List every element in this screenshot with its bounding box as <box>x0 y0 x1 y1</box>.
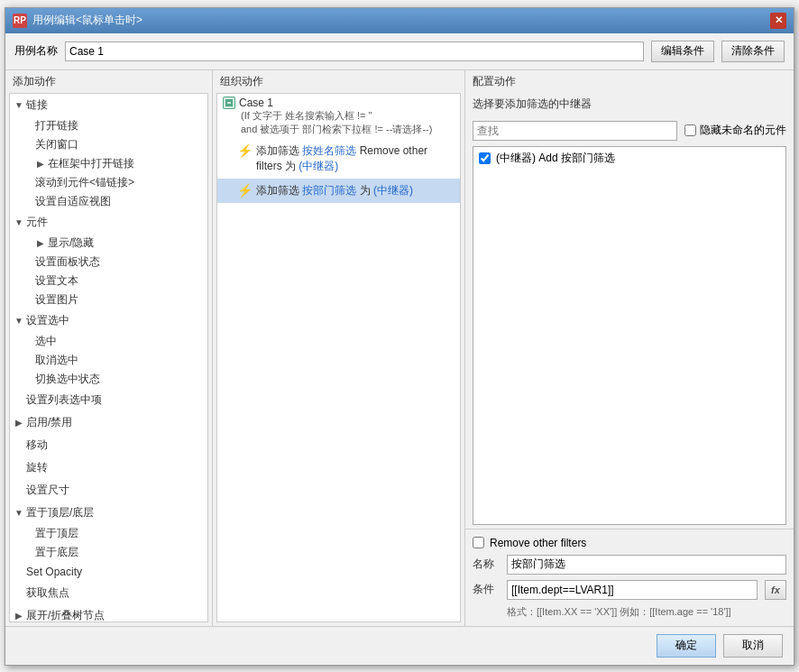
filter-search-input[interactable] <box>473 121 677 141</box>
toggle-selection: ▼ <box>14 315 24 326</box>
action-open-in-frame[interactable]: ▶ 在框架中打开链接 <box>10 154 207 173</box>
app-icon: RP <box>13 14 27 28</box>
toggle-links: ▼ <box>14 99 24 110</box>
actions-organizer: Case 1 (If 文字于 姓名搜索输入框 != ''and 被选项于 部门检… <box>216 93 461 622</box>
case-icon <box>223 97 235 109</box>
action-set-panel-state[interactable]: 设置面板状态 <box>10 253 207 272</box>
titlebar: RP 用例编辑<鼠标单击时> ✕ <box>5 8 794 33</box>
tree-group-move[interactable]: 移动 <box>10 434 207 456</box>
hide-unnamed-label[interactable]: 隐藏未命名的元件 <box>684 123 786 138</box>
group-rotate-label: 旋转 <box>14 458 48 477</box>
config-subtitle: 选择要添加筛选的中继器 <box>473 97 786 112</box>
case-name-label: 用例名称 <box>14 43 58 59</box>
middle-panel-header: 组织动作 <box>213 70 464 93</box>
format-hint: 格式：[[Item.XX == 'XX']] 例如：[[Item.age == … <box>473 605 786 619</box>
name-field-label: 名称 <box>473 557 500 572</box>
hide-unnamed-text: 隐藏未命名的元件 <box>700 123 786 138</box>
confirm-button[interactable]: 确定 <box>657 634 716 658</box>
fx-button[interactable]: fx <box>765 580 786 600</box>
action-open-link[interactable]: 打开链接 <box>10 116 207 135</box>
action-close-window[interactable]: 关闭窗口 <box>10 135 207 154</box>
middle-panel: 组织动作 Case 1 (If 文字于 姓名搜索输入框 != ''and 被选项… <box>213 70 465 626</box>
action-text-1: 添加筛选 按姓名筛选 Remove other filters 为 (中继器) <box>256 143 451 174</box>
group-opacity-label: Set Opacity <box>14 564 82 580</box>
name-field-input[interactable] <box>507 555 786 575</box>
tree-group-set-size[interactable]: 设置尺寸 <box>10 479 207 502</box>
action-bring-to-front[interactable]: 置于顶层 <box>10 524 207 543</box>
footer: 确定 取消 <box>5 626 794 665</box>
right-panel: 配置动作 选择要添加筛选的中继器 隐藏未命名的元件 (中继器) Add <box>465 70 794 626</box>
group-z-order-label: 置于顶层/底层 <box>26 503 94 522</box>
tree-group-selection[interactable]: ▼ 设置选中 选中 取消选中 切换选中状态 <box>10 309 207 389</box>
tree-group-links[interactable]: ▼ 链接 打开链接 关闭窗口 ▶ 在框架中打开链接 滚动到元件<锚链接> 设置自… <box>10 94 207 211</box>
condition-field-row: 条件 fx <box>473 580 786 600</box>
group-selection-label: 设置选中 <box>26 311 69 330</box>
left-panel: 添加动作 ▼ 链接 打开链接 关闭窗口 ▶ 在框架中打开链接 滚动到元件<锚链接… <box>5 70 213 626</box>
action-icon-2: ⚡ <box>237 183 253 198</box>
case-name-input[interactable] <box>65 41 644 61</box>
left-panel-header: 添加动作 <box>5 70 212 93</box>
action-send-to-back[interactable]: 置于底层 <box>10 543 207 562</box>
filter-list-item-1[interactable]: (中继器) Add 按部门筛选 <box>473 147 785 170</box>
case-condition: (If 文字于 姓名搜索输入框 != ''and 被选项于 部门检索下拉框 !=… <box>223 109 455 137</box>
tree-group-z-order[interactable]: ▼ 置于顶层/底层 置于顶层 置于底层 <box>10 502 207 562</box>
tree-group-enable-disable[interactable]: ▶ 启用/禁用 <box>10 411 207 434</box>
action-select[interactable]: 选中 <box>10 332 207 351</box>
tree-group-opacity[interactable]: Set Opacity <box>10 562 207 582</box>
bottom-config: Remove other filters 名称 条件 fx 格式：[[Item.… <box>465 529 794 626</box>
remove-filters-label: Remove other filters <box>490 537 586 549</box>
action-adaptive-view[interactable]: 设置自适应视图 <box>10 192 207 211</box>
filter-checkbox-1[interactable] <box>479 152 491 164</box>
name-field-row: 名称 <box>473 555 786 575</box>
group-expand-collapse-label: 展开/折叠树节点 <box>26 606 105 622</box>
cancel-button[interactable]: 取消 <box>723 634 783 658</box>
titlebar-left: RP 用例编辑<鼠标单击时> <box>13 13 142 28</box>
titlebar-title: 用例编辑<鼠标单击时> <box>32 13 142 28</box>
main-content: 添加动作 ▼ 链接 打开链接 关闭窗口 ▶ 在框架中打开链接 滚动到元件<锚链接… <box>5 70 794 626</box>
action-set-text[interactable]: 设置文本 <box>10 272 207 290</box>
action-item-1[interactable]: ⚡ 添加筛选 按姓名筛选 Remove other filters 为 (中继器… <box>217 139 460 179</box>
tree-group-rotate[interactable]: 旋转 <box>10 456 207 479</box>
group-links-label: 链接 <box>26 96 48 115</box>
condition-field-input[interactable] <box>507 580 758 600</box>
action-toggle-select[interactable]: 切换选中状态 <box>10 370 207 389</box>
action-scroll-to[interactable]: 滚动到元件<锚链接> <box>10 173 207 192</box>
filter-search-row: 隐藏未命名的元件 <box>473 121 786 141</box>
action-text-2: 添加筛选 按部门筛选 为 (中继器) <box>256 183 413 198</box>
toggle-components: ▼ <box>14 216 24 227</box>
case-header-item[interactable]: Case 1 (If 文字于 姓名搜索输入框 != ''and 被选项于 部门检… <box>217 94 460 140</box>
dialog: RP 用例编辑<鼠标单击时> ✕ 用例名称 编辑条件 清除条件 添加动作 ▼ 链… <box>5 7 794 666</box>
group-list-item-label: 设置列表选中项 <box>14 391 102 410</box>
action-icon-1: ⚡ <box>237 143 253 158</box>
tree-group-components[interactable]: ▼ 元件 ▶ 显示/隐藏 设置面板状态 设置文本 设置图片 <box>10 211 207 309</box>
action-set-image[interactable]: 设置图片 <box>10 290 207 309</box>
remove-filters-checkbox[interactable] <box>473 537 484 548</box>
close-button[interactable]: ✕ <box>770 13 786 29</box>
right-panel-header: 配置动作 <box>465 70 794 93</box>
top-bar: 用例名称 编辑条件 清除条件 <box>5 33 794 70</box>
action-deselect[interactable]: 取消选中 <box>10 351 207 370</box>
action-show-hide[interactable]: ▶ 显示/隐藏 <box>10 234 207 253</box>
remove-filters-row: Remove other filters <box>473 537 786 549</box>
actions-tree: ▼ 链接 打开链接 关闭窗口 ▶ 在框架中打开链接 滚动到元件<锚链接> 设置自… <box>9 93 208 622</box>
action-item-2[interactable]: ⚡ 添加筛选 按部门筛选 为 (中继器) <box>217 179 460 203</box>
group-set-size-label: 设置尺寸 <box>14 481 69 500</box>
case-name: Case 1 <box>239 97 273 109</box>
tree-group-expand-collapse[interactable]: ▶ 展开/折叠树节点 <box>10 604 207 622</box>
tree-group-list-item[interactable]: 设置列表选中项 <box>10 389 207 411</box>
tree-group-focus[interactable]: 获取焦点 <box>10 582 207 604</box>
hide-unnamed-checkbox[interactable] <box>684 124 696 136</box>
filter-list: (中继器) Add 按部门筛选 <box>473 146 786 525</box>
clear-condition-button[interactable]: 清除条件 <box>721 41 785 62</box>
filter-item-label-1: (中继器) Add 按部门筛选 <box>496 151 615 166</box>
group-move-label: 移动 <box>14 436 48 455</box>
config-content: 选择要添加筛选的中继器 隐藏未命名的元件 (中继器) Add 按部门筛选 <box>465 93 794 529</box>
edit-condition-button[interactable]: 编辑条件 <box>651 41 714 62</box>
condition-field-label: 条件 <box>473 582 500 597</box>
group-enable-disable-label: 启用/禁用 <box>26 413 72 432</box>
group-focus-label: 获取焦点 <box>14 584 69 603</box>
group-components-label: 元件 <box>26 213 48 232</box>
